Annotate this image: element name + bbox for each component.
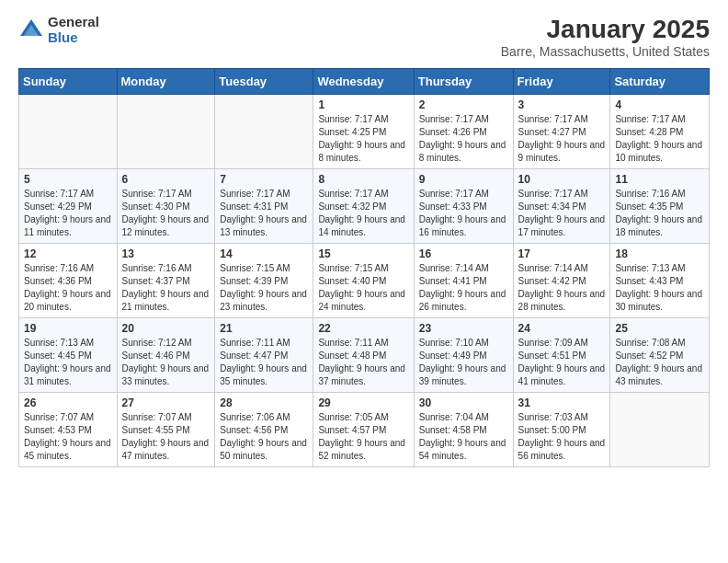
day-number: 10 xyxy=(518,173,606,186)
col-wednesday: Wednesday xyxy=(313,69,414,95)
table-row xyxy=(19,95,118,169)
day-number: 28 xyxy=(220,396,308,409)
day-info: Sunrise: 7:13 AM Sunset: 4:45 PM Dayligh… xyxy=(24,337,112,388)
day-info: Sunrise: 7:11 AM Sunset: 4:47 PM Dayligh… xyxy=(220,337,308,388)
page: General Blue January 2025 Barre, Massach… xyxy=(0,0,728,482)
day-number: 11 xyxy=(615,173,704,186)
day-info: Sunrise: 7:17 AM Sunset: 4:29 PM Dayligh… xyxy=(24,188,112,239)
table-row: 8Sunrise: 7:17 AM Sunset: 4:32 PM Daylig… xyxy=(313,169,414,244)
table-row: 21Sunrise: 7:11 AM Sunset: 4:47 PM Dayli… xyxy=(215,318,313,393)
day-number: 1 xyxy=(318,98,408,111)
day-number: 18 xyxy=(615,247,704,260)
day-info: Sunrise: 7:17 AM Sunset: 4:31 PM Dayligh… xyxy=(220,188,308,239)
col-friday: Friday xyxy=(513,69,610,95)
col-tuesday: Tuesday xyxy=(215,69,313,95)
calendar-header-row: Sunday Monday Tuesday Wednesday Thursday… xyxy=(19,69,710,95)
table-row: 7Sunrise: 7:17 AM Sunset: 4:31 PM Daylig… xyxy=(215,169,313,244)
table-row: 30Sunrise: 7:04 AM Sunset: 4:58 PM Dayli… xyxy=(414,393,513,467)
day-number: 22 xyxy=(318,322,408,335)
table-row: 28Sunrise: 7:06 AM Sunset: 4:56 PM Dayli… xyxy=(215,393,313,467)
day-info: Sunrise: 7:16 AM Sunset: 4:36 PM Dayligh… xyxy=(24,262,112,314)
col-sunday: Sunday xyxy=(19,69,118,95)
day-info: Sunrise: 7:07 AM Sunset: 4:53 PM Dayligh… xyxy=(24,411,112,463)
day-number: 13 xyxy=(122,247,210,260)
table-row: 25Sunrise: 7:08 AM Sunset: 4:52 PM Dayli… xyxy=(610,318,710,393)
day-number: 16 xyxy=(419,247,508,260)
title-area: January 2025 Barre, Massachusetts, Unite… xyxy=(501,15,710,59)
day-number: 6 xyxy=(122,173,210,186)
col-thursday: Thursday xyxy=(414,69,513,95)
day-number: 4 xyxy=(615,98,704,111)
table-row: 1Sunrise: 7:17 AM Sunset: 4:25 PM Daylig… xyxy=(313,95,414,169)
table-row: 3Sunrise: 7:17 AM Sunset: 4:27 PM Daylig… xyxy=(513,95,610,169)
header: General Blue January 2025 Barre, Massach… xyxy=(18,15,710,59)
day-info: Sunrise: 7:16 AM Sunset: 4:37 PM Dayligh… xyxy=(122,262,210,314)
logo-text: General Blue xyxy=(48,15,99,45)
day-info: Sunrise: 7:17 AM Sunset: 4:34 PM Dayligh… xyxy=(518,188,606,239)
day-number: 20 xyxy=(122,322,210,335)
day-number: 14 xyxy=(220,247,308,260)
day-number: 19 xyxy=(24,322,112,335)
table-row: 31Sunrise: 7:03 AM Sunset: 5:00 PM Dayli… xyxy=(513,393,610,467)
day-info: Sunrise: 7:17 AM Sunset: 4:28 PM Dayligh… xyxy=(615,113,704,165)
day-info: Sunrise: 7:11 AM Sunset: 4:48 PM Dayligh… xyxy=(318,337,408,388)
calendar-week-row: 5Sunrise: 7:17 AM Sunset: 4:29 PM Daylig… xyxy=(19,169,710,244)
day-info: Sunrise: 7:17 AM Sunset: 4:27 PM Dayligh… xyxy=(518,113,606,165)
table-row xyxy=(610,393,710,467)
table-row xyxy=(215,95,313,169)
day-info: Sunrise: 7:16 AM Sunset: 4:35 PM Dayligh… xyxy=(615,188,704,239)
day-info: Sunrise: 7:17 AM Sunset: 4:32 PM Dayligh… xyxy=(318,188,408,239)
day-info: Sunrise: 7:04 AM Sunset: 4:58 PM Dayligh… xyxy=(419,411,508,463)
table-row: 15Sunrise: 7:15 AM Sunset: 4:40 PM Dayli… xyxy=(313,244,414,318)
calendar-week-row: 26Sunrise: 7:07 AM Sunset: 4:53 PM Dayli… xyxy=(19,393,710,467)
day-number: 31 xyxy=(518,396,606,409)
day-number: 2 xyxy=(419,98,508,111)
table-row: 14Sunrise: 7:15 AM Sunset: 4:39 PM Dayli… xyxy=(215,244,313,318)
table-row: 17Sunrise: 7:14 AM Sunset: 4:42 PM Dayli… xyxy=(513,244,610,318)
day-info: Sunrise: 7:13 AM Sunset: 4:43 PM Dayligh… xyxy=(615,262,704,314)
day-info: Sunrise: 7:08 AM Sunset: 4:52 PM Dayligh… xyxy=(615,337,704,388)
logo-blue-text: Blue xyxy=(48,30,99,46)
table-row: 29Sunrise: 7:05 AM Sunset: 4:57 PM Dayli… xyxy=(313,393,414,467)
calendar-table: Sunday Monday Tuesday Wednesday Thursday… xyxy=(18,68,710,467)
col-saturday: Saturday xyxy=(610,69,710,95)
day-number: 8 xyxy=(318,173,408,186)
table-row: 12Sunrise: 7:16 AM Sunset: 4:36 PM Dayli… xyxy=(19,244,118,318)
day-number: 7 xyxy=(220,173,308,186)
day-info: Sunrise: 7:17 AM Sunset: 4:30 PM Dayligh… xyxy=(122,188,210,239)
table-row: 16Sunrise: 7:14 AM Sunset: 4:41 PM Dayli… xyxy=(414,244,513,318)
table-row: 2Sunrise: 7:17 AM Sunset: 4:26 PM Daylig… xyxy=(414,95,513,169)
day-info: Sunrise: 7:09 AM Sunset: 4:51 PM Dayligh… xyxy=(518,337,606,388)
table-row: 13Sunrise: 7:16 AM Sunset: 4:37 PM Dayli… xyxy=(117,244,215,318)
day-number: 27 xyxy=(122,396,210,409)
day-number: 30 xyxy=(419,396,508,409)
day-number: 24 xyxy=(518,322,606,335)
day-number: 17 xyxy=(518,247,606,260)
table-row: 24Sunrise: 7:09 AM Sunset: 4:51 PM Dayli… xyxy=(513,318,610,393)
day-info: Sunrise: 7:10 AM Sunset: 4:49 PM Dayligh… xyxy=(419,337,508,388)
day-number: 9 xyxy=(419,173,508,186)
month-title: January 2025 xyxy=(501,15,710,44)
day-number: 21 xyxy=(220,322,308,335)
col-monday: Monday xyxy=(117,69,215,95)
day-info: Sunrise: 7:17 AM Sunset: 4:26 PM Dayligh… xyxy=(419,113,508,165)
calendar-week-row: 1Sunrise: 7:17 AM Sunset: 4:25 PM Daylig… xyxy=(19,95,710,169)
day-info: Sunrise: 7:12 AM Sunset: 4:46 PM Dayligh… xyxy=(122,337,210,388)
calendar-week-row: 19Sunrise: 7:13 AM Sunset: 4:45 PM Dayli… xyxy=(19,318,710,393)
table-row: 10Sunrise: 7:17 AM Sunset: 4:34 PM Dayli… xyxy=(513,169,610,244)
logo: General Blue xyxy=(18,15,99,45)
day-info: Sunrise: 7:14 AM Sunset: 4:42 PM Dayligh… xyxy=(518,262,606,314)
day-number: 26 xyxy=(24,396,112,409)
table-row: 23Sunrise: 7:10 AM Sunset: 4:49 PM Dayli… xyxy=(414,318,513,393)
table-row: 5Sunrise: 7:17 AM Sunset: 4:29 PM Daylig… xyxy=(19,169,118,244)
day-info: Sunrise: 7:03 AM Sunset: 5:00 PM Dayligh… xyxy=(518,411,606,463)
table-row: 9Sunrise: 7:17 AM Sunset: 4:33 PM Daylig… xyxy=(414,169,513,244)
table-row: 27Sunrise: 7:07 AM Sunset: 4:55 PM Dayli… xyxy=(117,393,215,467)
day-info: Sunrise: 7:05 AM Sunset: 4:57 PM Dayligh… xyxy=(318,411,408,463)
logo-general-text: General xyxy=(48,15,99,30)
day-info: Sunrise: 7:17 AM Sunset: 4:25 PM Dayligh… xyxy=(318,113,408,165)
day-number: 3 xyxy=(518,98,606,111)
table-row: 22Sunrise: 7:11 AM Sunset: 4:48 PM Dayli… xyxy=(313,318,414,393)
table-row: 18Sunrise: 7:13 AM Sunset: 4:43 PM Dayli… xyxy=(610,244,710,318)
table-row: 20Sunrise: 7:12 AM Sunset: 4:46 PM Dayli… xyxy=(117,318,215,393)
